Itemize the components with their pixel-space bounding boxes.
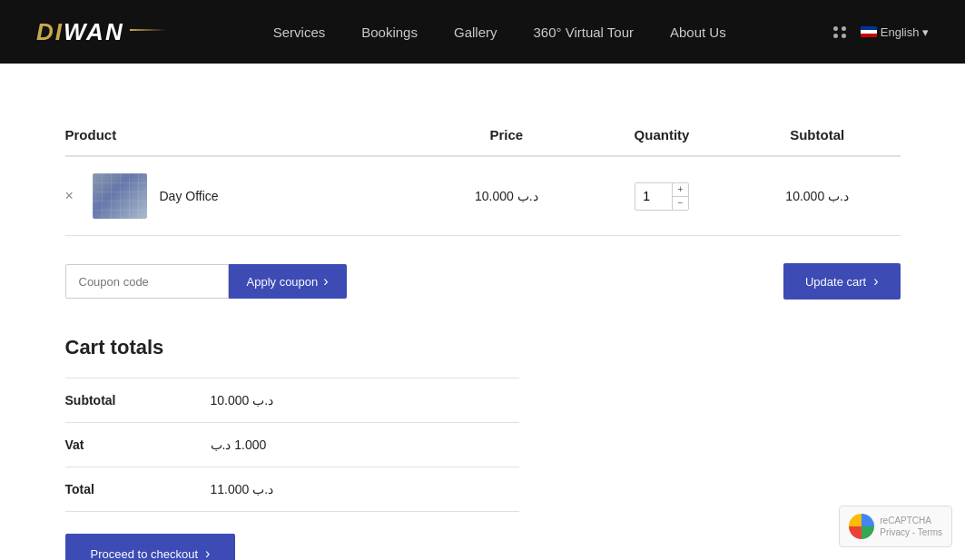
coupon-form: Apply coupon — [65, 264, 347, 299]
recaptcha-logo-icon — [849, 514, 874, 539]
product-image — [93, 173, 147, 219]
col-price: Price — [424, 118, 590, 156]
logo-decoration — [130, 29, 166, 31]
quantity-stepper[interactable]: + − — [635, 182, 690, 211]
subtotal-value: د.ب 10.000 — [211, 393, 274, 408]
apply-coupon-button[interactable]: Apply coupon — [229, 264, 347, 299]
totals-table: Subtotal د.ب 10.000 Vat 1.000 د.ب Total … — [65, 378, 519, 512]
nav-gallery[interactable]: Gallery — [454, 25, 497, 40]
vat-value: 1.000 د.ب — [211, 437, 267, 452]
cart-totals-title: Cart totals — [65, 336, 901, 359]
qty-arrows: + − — [672, 183, 689, 210]
vat-label: Vat — [65, 437, 211, 452]
recaptcha-text: reCAPTCHA Privacy - Terms — [880, 515, 942, 538]
nav-about-us[interactable]: About Us — [670, 25, 726, 40]
recaptcha-badge: reCAPTCHA Privacy - Terms — [839, 506, 952, 547]
cart-totals: Cart totals Subtotal د.ب 10.000 Vat 1.00… — [65, 336, 901, 560]
qty-decrease[interactable]: − — [673, 197, 689, 210]
logo[interactable]: DIWAN — [36, 18, 166, 46]
cart-actions: Apply coupon Update cart — [65, 263, 901, 300]
navbar: DIWAN Services Bookings Gallery 360° Vir… — [0, 0, 965, 64]
total-label: Total — [65, 482, 211, 496]
total-value: د.ب 11.000 — [211, 482, 274, 496]
main-content: Product Price Quantity Subtotal × Day Of… — [47, 64, 919, 560]
col-quantity: Quantity — [589, 118, 734, 156]
qty-increase[interactable]: + — [673, 183, 689, 197]
nav-virtual-tour[interactable]: 360° Virtual Tour — [533, 25, 634, 40]
product-cell: Day Office — [93, 173, 424, 219]
coupon-input[interactable] — [65, 264, 229, 299]
chevron-right-icon — [873, 273, 878, 290]
table-row: × Day Office د.ب 10.000 + — [65, 156, 901, 236]
quantity-input[interactable] — [635, 183, 672, 209]
total-row: Total د.ب 11.000 — [65, 467, 519, 512]
product-name: Day Office — [160, 189, 219, 203]
language-selector[interactable]: English ▾ — [861, 25, 929, 39]
nav-services[interactable]: Services — [273, 25, 326, 40]
nav-menu: Services Bookings Gallery 360° Virtual T… — [273, 25, 726, 40]
vat-row: Vat 1.000 د.ب — [65, 423, 519, 467]
product-price: د.ب 10.000 — [424, 156, 590, 236]
quantity-cell: + − — [589, 156, 734, 236]
grid-icon[interactable] — [833, 26, 848, 38]
subtotal-row: Subtotal د.ب 10.000 — [65, 378, 519, 423]
chevron-right-icon — [205, 545, 210, 560]
checkout-button[interactable]: Proceed to checkout — [65, 534, 236, 560]
col-product: Product — [65, 118, 424, 156]
update-cart-button[interactable]: Update cart — [783, 263, 901, 300]
navbar-right: English ▾ — [833, 25, 929, 39]
product-thumbnail — [93, 173, 147, 219]
chevron-right-icon — [323, 273, 328, 290]
product-subtotal: د.ب 10.000 — [734, 156, 901, 236]
remove-item-button[interactable]: × — [65, 188, 83, 204]
flag-icon — [861, 26, 877, 37]
nav-bookings[interactable]: Bookings — [361, 25, 418, 40]
cart-table: Product Price Quantity Subtotal × Day Of… — [65, 118, 901, 236]
subtotal-label: Subtotal — [65, 393, 211, 408]
col-subtotal: Subtotal — [734, 118, 901, 156]
